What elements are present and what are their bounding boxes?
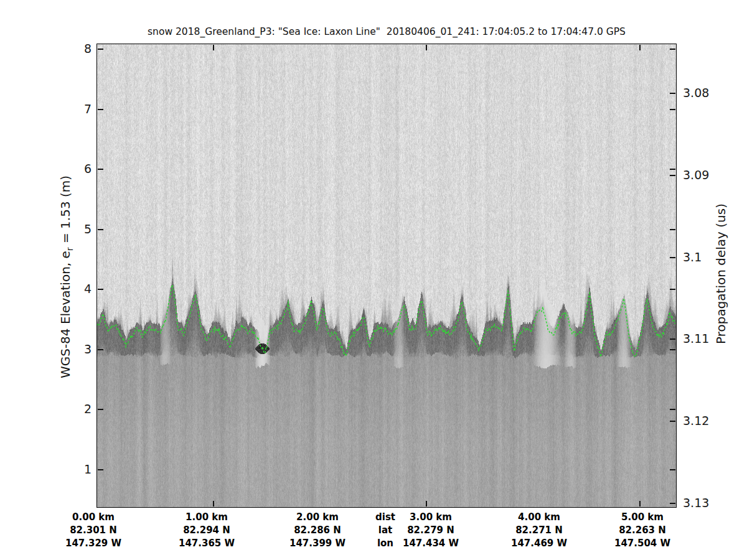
left-axis-label-units: = 1.53 (m) [58, 175, 73, 247]
right-tick-mark [670, 93, 675, 94]
right-tick-mark [670, 338, 675, 340]
right-mirror-tick-mark [670, 229, 675, 230]
left-tick-label-6: 6 [0, 162, 92, 175]
right-mirror-tick-mark [670, 169, 675, 170]
geo-lon-value: 147.365 W [148, 537, 266, 550]
geo-lat-value: 82.301 N [34, 524, 153, 537]
right-tick-label-3.11: 3.11 [683, 332, 739, 345]
echogram-figure: snow 2018_Greenland_P3: "Sea Ice: Laxon … [0, 0, 747, 560]
geo-legend-column: distlatlon [326, 511, 444, 550]
left-tick-label-4: 4 [0, 282, 92, 296]
geo-lon-value: 147.504 W [583, 537, 702, 550]
right-mirror-tick-mark [670, 289, 675, 290]
top-tick-mark [426, 45, 427, 50]
right-tick-label-3.1: 3.1 [683, 250, 739, 264]
geo-dist-value: 0.00 km [34, 511, 153, 524]
right-mirror-tick-mark [670, 469, 675, 470]
geo-dist-value: 5.00 km [583, 511, 702, 524]
left-tick-label-1: 1 [0, 462, 92, 476]
left-tick-mark [98, 349, 103, 350]
left-tick-label-8: 8 [0, 42, 92, 55]
right-tick-label-3.13: 3.13 [683, 496, 739, 510]
left-tick-mark [98, 289, 103, 290]
left-tick-label-5: 5 [0, 222, 92, 236]
geo-label-column-1: 1.00 km82.294 N147.365 W [148, 511, 266, 550]
geo-legend-lat: lat [326, 524, 444, 537]
geo-dist-value: 1.00 km [148, 511, 266, 524]
geo-label-column-0: 0.00 km82.301 N147.329 W [34, 511, 153, 550]
geo-lat-value: 82.271 N [480, 524, 598, 537]
right-tick-label-3.08: 3.08 [683, 86, 739, 100]
left-tick-label-7: 7 [0, 102, 92, 116]
geo-label-column-5: 5.00 km82.263 N147.504 W [583, 511, 702, 550]
right-mirror-tick-mark [670, 109, 675, 110]
geo-lat-value: 82.263 N [583, 524, 702, 537]
left-tick-mark [98, 229, 103, 230]
geo-lon-value: 147.329 W [34, 537, 153, 550]
geo-legend-lon: lon [326, 537, 444, 550]
right-tick-mark [670, 175, 675, 176]
geo-dist-value: 4.00 km [480, 511, 598, 524]
top-tick-mark [213, 45, 214, 50]
left-tick-mark [98, 469, 103, 470]
left-tick-mark [98, 409, 103, 410]
bottom-tick-mark [639, 501, 641, 506]
geo-lon-value: 147.469 W [480, 537, 598, 550]
left-tick-mark [98, 109, 103, 110]
right-tick-label-3.12: 3.12 [683, 414, 739, 427]
right-tick-label-3.09: 3.09 [683, 168, 739, 182]
geo-legend-dist: dist [326, 511, 444, 524]
right-tick-mark [670, 421, 675, 422]
right-mirror-tick-mark [670, 349, 675, 350]
left-tick-label-3: 3 [0, 342, 92, 356]
right-tick-mark [670, 257, 675, 258]
right-mirror-tick-mark [670, 49, 675, 50]
top-tick-mark [639, 45, 641, 50]
left-tick-mark [98, 169, 103, 170]
left-tick-mark [98, 49, 103, 50]
bottom-tick-mark [426, 501, 427, 506]
right-axis-label: Propagation delay (us) [713, 203, 728, 344]
echogram-canvas[interactable] [97, 44, 676, 507]
left-axis-label-main: WGS-84 Elevation, e [58, 251, 73, 378]
bottom-tick-mark [213, 501, 214, 506]
geo-lat-value: 82.294 N [148, 524, 266, 537]
right-mirror-tick-mark [670, 409, 675, 410]
right-tick-mark [670, 503, 675, 504]
left-axis-label-subscript: r [65, 247, 75, 251]
geo-label-column-4: 4.00 km82.271 N147.469 W [480, 511, 598, 550]
figure-title: snow 2018_Greenland_P3: "Sea Ice: Laxon … [87, 26, 686, 37]
left-tick-label-2: 2 [0, 402, 92, 416]
